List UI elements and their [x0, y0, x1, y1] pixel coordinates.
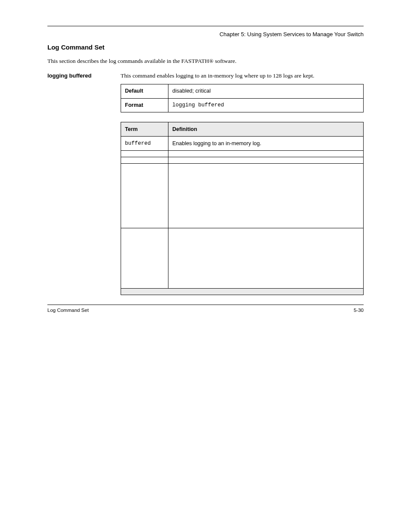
- footer-right: 5-30: [354, 308, 364, 313]
- param-name: [121, 157, 168, 164]
- parameter-block: Term Definition buffered Enables logging…: [47, 122, 364, 295]
- parameter-table: Term Definition buffered Enables logging…: [121, 122, 364, 295]
- syntax-default-label: Default: [121, 84, 168, 99]
- footer-left: Log Command Set: [47, 308, 89, 313]
- parameter-header-def: Definition: [168, 122, 364, 137]
- section-title: Log Command Set: [47, 44, 364, 51]
- table-row: Default disabled; critical: [121, 84, 364, 99]
- param-def: [168, 164, 364, 228]
- param-def: [168, 151, 364, 157]
- param-name: [121, 228, 168, 289]
- table-row: [121, 228, 364, 289]
- param-footer-note: [121, 289, 364, 295]
- command-block: logging buffered This command enables lo…: [47, 72, 364, 113]
- param-name: buffered: [121, 137, 168, 151]
- table-header-row: Term Definition: [121, 122, 364, 137]
- syntax-format-label: Format: [121, 98, 168, 112]
- command-intro: This command enables logging to an in-me…: [121, 72, 364, 80]
- page: Chapter 5: Using System Services to Mana…: [0, 0, 411, 532]
- table-row: Format logging buffered: [121, 98, 364, 112]
- param-def: [168, 228, 364, 289]
- param-name: [121, 151, 168, 157]
- table-row: [121, 151, 364, 157]
- syntax-format-value: logging buffered: [168, 98, 364, 112]
- table-row: [121, 164, 364, 228]
- table-footer-row: [121, 289, 364, 295]
- top-rule: [47, 26, 364, 26]
- syntax-default-value: disabled; critical: [168, 84, 364, 99]
- syntax-table: Default disabled; critical Format loggin…: [121, 84, 364, 112]
- parameter-header-term: Term: [121, 122, 168, 137]
- section-intro: This section describes the log commands …: [47, 57, 364, 65]
- param-name: [121, 164, 168, 228]
- page-footer: Log Command Set 5-30: [47, 308, 364, 313]
- command-name: logging buffered: [47, 72, 92, 79]
- table-row: [121, 157, 364, 164]
- param-def: Enables logging to an in-memory log.: [168, 137, 364, 151]
- bottom-rule: [47, 305, 364, 305]
- param-def: [168, 157, 364, 164]
- running-header: Chapter 5: Using System Services to Mana…: [219, 31, 364, 37]
- table-row: buffered Enables logging to an in-memory…: [121, 137, 364, 151]
